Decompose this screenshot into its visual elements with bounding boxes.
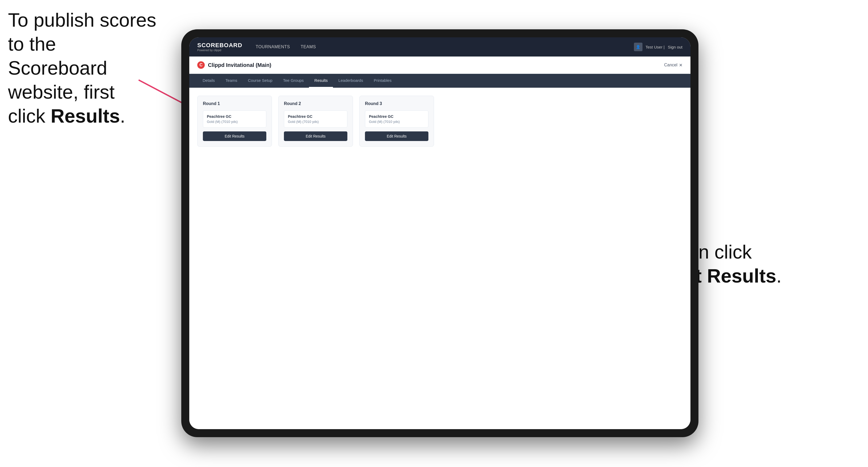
logo-sub: Powered by clippd bbox=[197, 49, 242, 52]
logo-text: SCOREBOARD bbox=[197, 42, 242, 48]
round-3-course-card: Peachtree GC Gold (M) (7010 yds) bbox=[365, 111, 428, 128]
tab-course-setup[interactable]: Course Setup bbox=[243, 74, 278, 88]
round-2-course-details: Gold (M) (7010 yds) bbox=[288, 120, 343, 124]
round-1-title: Round 1 bbox=[203, 101, 266, 106]
round-3-course-details: Gold (M) (7010 yds) bbox=[369, 120, 425, 124]
tab-results[interactable]: Results bbox=[309, 74, 333, 88]
round-3-card: Round 3 Peachtree GC Gold (M) (7010 yds)… bbox=[359, 96, 434, 147]
round-1-card: Round 1 Peachtree GC Gold (M) (7010 yds)… bbox=[197, 96, 272, 147]
tournament-icon: C bbox=[197, 61, 205, 69]
tournament-title-row: C Clippd Invitational (Main) bbox=[197, 61, 271, 69]
user-name: Test User | bbox=[646, 45, 664, 49]
nav-links: TOURNAMENTS TEAMS bbox=[256, 44, 634, 49]
round-3-title: Round 3 bbox=[365, 101, 428, 106]
rounds-content: Round 1 Peachtree GC Gold (M) (7010 yds)… bbox=[189, 88, 690, 155]
tab-tee-groups[interactable]: Tee Groups bbox=[278, 74, 309, 88]
logo-area: SCOREBOARD Powered by clippd bbox=[197, 42, 242, 52]
nav-tournaments[interactable]: TOURNAMENTS bbox=[256, 44, 290, 49]
content-area: C Clippd Invitational (Main) Cancel ✕ De… bbox=[189, 57, 690, 429]
tab-teams[interactable]: Teams bbox=[220, 74, 243, 88]
round-1-course-details: Gold (M) (7010 yds) bbox=[207, 120, 262, 124]
tablet-screen: SCOREBOARD Powered by clippd TOURNAMENTS… bbox=[189, 37, 690, 429]
round-3-course-name: Peachtree GC bbox=[369, 114, 425, 119]
tab-printables[interactable]: Printables bbox=[368, 74, 397, 88]
nav-right: 👤 Test User | Sign out bbox=[634, 43, 682, 51]
round-2-course-card: Peachtree GC Gold (M) (7010 yds) bbox=[284, 111, 347, 128]
sign-out-link[interactable]: Sign out bbox=[668, 45, 682, 49]
round-1-course-card: Peachtree GC Gold (M) (7010 yds) bbox=[203, 111, 266, 128]
user-avatar: 👤 bbox=[634, 43, 643, 51]
tournament-name: Clippd Invitational (Main) bbox=[208, 62, 271, 68]
cancel-button[interactable]: Cancel ✕ bbox=[664, 63, 682, 68]
round-2-course-name: Peachtree GC bbox=[288, 114, 343, 119]
instruction-left: To publish scores to the Scoreboard webs… bbox=[8, 8, 157, 128]
edit-results-round-3-button[interactable]: Edit Results bbox=[365, 131, 428, 141]
edit-results-round-2-button[interactable]: Edit Results bbox=[284, 131, 347, 141]
edit-results-round-1-button[interactable]: Edit Results bbox=[203, 131, 266, 141]
top-navigation: SCOREBOARD Powered by clippd TOURNAMENTS… bbox=[189, 37, 690, 57]
round-2-title: Round 2 bbox=[284, 101, 347, 106]
nav-teams[interactable]: TEAMS bbox=[301, 44, 316, 49]
tabs-bar: Details Teams Course Setup Tee Groups Re… bbox=[189, 74, 690, 88]
tab-details[interactable]: Details bbox=[197, 74, 220, 88]
round-2-card: Round 2 Peachtree GC Gold (M) (7010 yds)… bbox=[278, 96, 353, 147]
round-1-course-name: Peachtree GC bbox=[207, 114, 262, 119]
tablet-frame: SCOREBOARD Powered by clippd TOURNAMENTS… bbox=[181, 29, 699, 437]
tab-leaderboards[interactable]: Leaderboards bbox=[333, 74, 368, 88]
tournament-header: C Clippd Invitational (Main) Cancel ✕ bbox=[189, 57, 690, 74]
